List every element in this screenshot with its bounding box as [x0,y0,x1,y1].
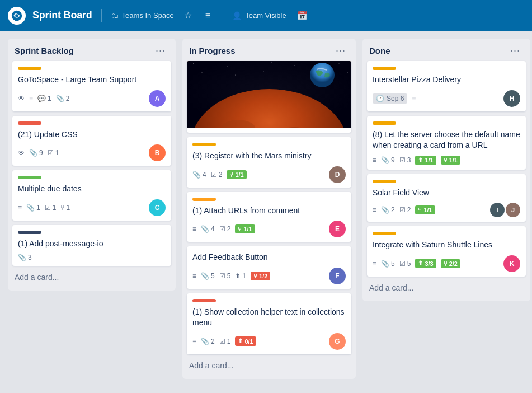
mars-image [187,61,351,128]
card-title: (21) Update CSS [18,129,166,141]
cards-list-in-progress: (3) Register with the Mars ministry 📎 4 … [187,61,351,354]
card-update-css[interactable]: (21) Update CSS 👁 📎 9 ☑ 1 B [12,116,171,166]
svg-point-13 [263,71,264,72]
upload-badge-green: ⬆ 1/1 [415,156,436,165]
branch-badge: ⑂ 1/1 [235,224,255,233]
lines-meta: ≡ [412,95,416,102]
lines-meta: ≡ [373,206,376,214]
card-label-bar [192,198,216,201]
card-multiple-due-dates[interactable]: Multiple due dates ≡ 📎 1 ☑ 1 ⑂ 1 C [12,170,171,221]
svg-point-12 [235,74,236,75]
paperclip-icon: 📎 [26,204,35,212]
svg-point-7 [272,62,272,63]
checklist-meta: ☑ 2 [219,225,231,233]
comment-icon: 💬 [37,95,46,102]
lines-icon: ≡ [373,156,376,164]
paperclip-meta: 📎 2 [56,95,70,102]
avatar: J [506,203,520,217]
card-pizza-delivery[interactable]: Interstellar Pizza Delivery 🕐 Sep 6 ≡ H [367,61,526,111]
card-title: (3) Register with the Mars ministry [192,151,346,162]
svg-point-1 [15,14,18,17]
branch-icon: ⑂ [253,273,257,279]
card-mars-image[interactable] [187,61,351,133]
card-title: (8) Let the server choose the default na… [373,129,520,151]
column-menu-in-progress[interactable]: ··· [332,44,349,57]
workspace-meta[interactable]: 🗂 Teams In Space [111,11,174,20]
eye-meta: 👁 [18,149,25,157]
column-in-progress: In Progress ··· [182,39,356,379]
card-saturn-shuttle[interactable]: Integrate with Saturn Shuttle Lines ≡ 📎 … [367,226,526,277]
paperclip-icon: 📎 [201,272,209,280]
card-server-default-name[interactable]: (8) Let the server choose the default na… [367,116,526,170]
checklist-icon: ☑ [45,204,51,212]
upload-meta: ⬆ 1 [235,272,246,280]
upload-icon: ⬆ [418,260,423,267]
board-title: Sprint Board [32,10,92,21]
add-card-in-progress[interactable]: Add a card... [187,357,351,375]
calendar-button[interactable]: 📅 [293,8,311,23]
card-post-message[interactable]: (1) Add post-message-io 📎 3 [12,225,171,266]
lines-icon: ≡ [373,260,376,268]
card-mars-ministry[interactable]: (3) Register with the Mars ministry 📎 4 … [187,137,351,188]
branch-icon: ⑂ [444,260,448,267]
svg-point-3 [193,63,194,64]
column-sprint-backlog: Sprint Backlog ··· GoToSpace - Large Tea… [8,39,176,291]
checklist-meta: ☑ 5 [219,272,231,280]
svg-point-5 [227,66,227,67]
lines-meta: ≡ [29,95,33,102]
eye-icon: 👁 [18,95,25,102]
branch-icon: ⑂ [229,171,233,178]
column-menu-done[interactable]: ··· [507,44,524,57]
star-button[interactable]: ☆ [181,8,195,23]
card-meta: 📎 3 [18,254,166,261]
checklist-icon: ☑ [399,206,406,214]
lines-icon: ≡ [29,95,33,102]
branch-icon: ⑂ [60,204,64,212]
card-attach-urls[interactable]: (1) Attach URLs from comment ≡ 📎 4 ☑ 2 ⑂… [187,192,351,242]
card-title: (1) Show collection helper text in colle… [192,307,346,329]
card-label-bar [192,299,216,302]
lines-meta: ≡ [192,338,196,345]
card-title: (1) Attach URLs from comment [192,205,346,217]
visibility-meta[interactable]: 👤 Team Visible [232,11,286,20]
card-title: GoToSpace - Large Team Support [18,74,166,86]
date-badge: 🕐 Sep 6 [373,93,407,104]
lines-meta: ≡ [192,225,196,233]
svg-point-10 [339,63,340,64]
checklist-icon: ☑ [219,225,225,233]
column-title-sprint-backlog: Sprint Backlog [15,46,74,55]
checklist-icon: ☑ [211,171,217,179]
card-label-bar [18,176,41,179]
lines-icon: ≡ [192,272,196,280]
column-done: Done ··· Interstellar Pizza Delivery 🕐 S… [362,39,530,301]
branch-icon: ⑂ [238,226,242,232]
card-feedback-button[interactable]: Add Feedback Button ≡ 📎 5 ☑ 5 ⬆ 1 ⑂ 1/2 … [187,246,351,289]
upload-badge-green: ⬆ 3/3 [415,259,436,268]
add-card-done[interactable]: Add a card... [367,279,526,297]
menu-button[interactable]: ≡ [202,8,214,23]
lines-meta: ≡ [192,272,196,280]
add-card-sprint-backlog[interactable]: Add a card... [12,268,171,286]
card-label-bar [373,180,396,183]
card-meta: 👁 📎 9 ☑ 1 B [18,144,166,161]
svg-point-14 [347,72,347,72]
card-meta: ≡ 📎 2 ☑ 2 ⑂ 1/1 I J [373,203,520,217]
checklist-meta: ☑ 1 [48,149,59,157]
lines-icon: ≡ [192,338,196,345]
avatar: H [503,90,520,107]
column-menu-sprint-backlog[interactable]: ··· [152,44,169,57]
card-meta: 📎 4 ☑ 2 ⑂ 1/1 D [192,166,346,183]
card-collection-helper[interactable]: (1) Show collection helper text in colle… [187,293,351,354]
paperclip-meta: 📎 5 [201,272,215,280]
branch-badge: ⑂ 1/1 [415,205,435,214]
card-solar-field-view[interactable]: Solar Field View ≡ 📎 2 ☑ 2 ⑂ 1/1 I J [367,174,526,222]
card-title: Multiple due dates [18,184,166,195]
paperclip-meta: 📎 3 [18,254,32,261]
card-meta: ≡ 📎 1 ☑ 1 ⑂ 1 C [18,199,166,216]
header-divider [101,9,102,22]
checklist-icon: ☑ [219,272,225,280]
lines-icon: ≡ [18,204,22,212]
paperclip-meta: 📎 9 [29,149,43,157]
card-gotospace[interactable]: GoToSpace - Large Team Support 👁 ≡ 💬 1 📎… [12,61,171,111]
header-divider-2 [223,9,223,22]
